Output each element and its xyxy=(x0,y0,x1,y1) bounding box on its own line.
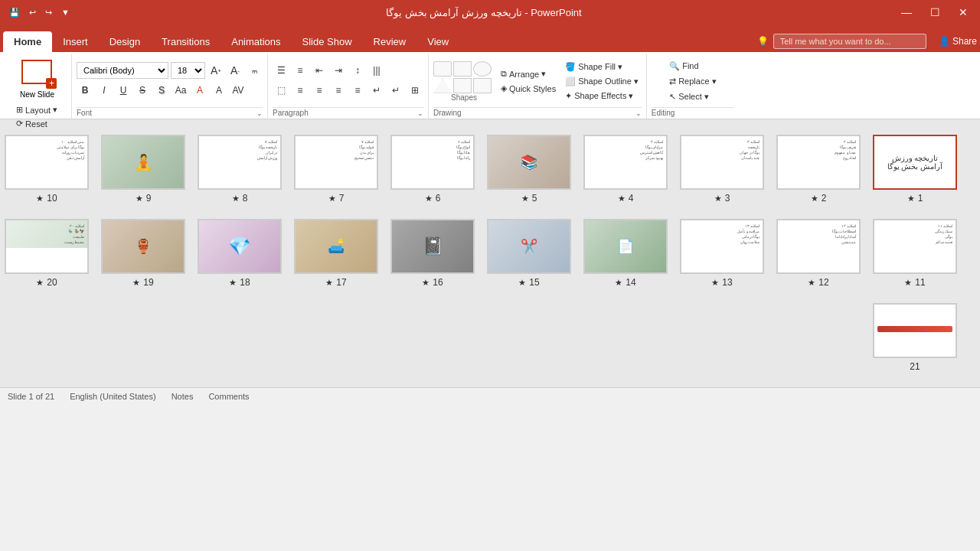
shape-item[interactable] xyxy=(453,78,472,93)
numbered-list-button[interactable]: ≡ xyxy=(292,62,309,79)
slide-item-2[interactable]: اسلاید ۲تعریف یوگامعنا و مفهوماتحاد روح … xyxy=(776,135,861,204)
star-icon-3: ★ xyxy=(714,194,722,204)
undo-icon[interactable]: ↩ xyxy=(26,6,39,19)
quick-styles-button[interactable]: ◈ Quick Styles xyxy=(498,82,559,95)
slide-item-11[interactable]: اسلاید ۱۱سبک زندگییوگیتغذیه سالم ★ 11 xyxy=(873,219,957,288)
slide-label-11: ★ 11 xyxy=(904,277,925,288)
close-button[interactable]: ✕ xyxy=(952,5,974,20)
paragraph-group-content: ☰ ≡ ⇤ ⇥ ↕ ||| ⬚ ≡ ≡ ≡ ≡ ↵ ↵ ⊞ xyxy=(273,57,423,106)
highlight-button[interactable]: A xyxy=(211,82,227,99)
decrease-indent-button[interactable]: ⇤ xyxy=(311,62,328,79)
rtl-button[interactable]: ↵ xyxy=(368,82,385,99)
slide-label-7: ★ 7 xyxy=(328,193,345,204)
star-icon-14: ★ xyxy=(615,278,622,288)
underline-button[interactable]: U xyxy=(115,82,132,99)
slide-item-3[interactable]: اسلاید ۳تاریخچهیوگا در جهانهند باستان ★ … xyxy=(680,135,764,204)
shape-item[interactable] xyxy=(473,61,492,77)
slide-item-9[interactable]: 🧘 ★ 9 xyxy=(101,135,185,204)
notes-button[interactable]: Notes xyxy=(172,392,194,401)
layout-button[interactable]: ⊞ Layout ▾ xyxy=(13,103,61,116)
customize-icon[interactable]: ▼ xyxy=(58,6,73,18)
slide-item-14[interactable]: 📄 ★ 14 xyxy=(583,219,668,288)
maximize-button[interactable]: ☐ xyxy=(924,5,946,20)
find-button[interactable]: 🔍 Find xyxy=(666,60,719,73)
slide-item-20[interactable]: اسلاید ۲۰🦅 🦆 🦤طبیعتمحیط زیست ★ 20 xyxy=(5,219,89,288)
language-status: English (United States) xyxy=(70,392,156,401)
tell-me-input[interactable] xyxy=(773,34,926,49)
tab-slideshow[interactable]: Slide Show xyxy=(292,31,363,52)
ltr-button[interactable]: ↵ xyxy=(387,82,404,99)
shape-item[interactable] xyxy=(433,78,452,93)
replace-button[interactable]: ⇄ Replace ▾ xyxy=(666,75,719,88)
save-icon[interactable]: 💾 xyxy=(6,6,23,19)
share-button[interactable]: 👤 Share xyxy=(939,36,977,47)
tab-transitions[interactable]: Transitions xyxy=(151,31,220,52)
tab-view[interactable]: View xyxy=(416,31,459,52)
comments-button[interactable]: Comments xyxy=(208,392,249,401)
shape-outline-button[interactable]: ⬜ Shape Outline ▾ xyxy=(562,75,642,88)
shape-fill-button[interactable]: 🪣 Shape Fill ▾ xyxy=(562,60,642,73)
bullet-list-button[interactable]: ☰ xyxy=(273,62,289,79)
minimize-button[interactable]: — xyxy=(895,5,918,20)
slide-item-12[interactable]: اسلاید ۱۲اصطلاحات یوگاآسانا پرانایامامدی… xyxy=(776,219,861,288)
shape-item[interactable] xyxy=(453,61,472,77)
new-slide-button[interactable]: New Slide xyxy=(14,57,60,102)
tab-animations[interactable]: Animations xyxy=(220,31,291,52)
tab-insert[interactable]: Insert xyxy=(52,31,99,52)
slide-item-19[interactable]: 🏺 ★ 19 xyxy=(101,219,185,288)
strikethrough-button[interactable]: S xyxy=(134,82,151,99)
drawing-group-expand[interactable]: ⌄ xyxy=(635,109,642,117)
font-group-expand[interactable]: ⌄ xyxy=(256,109,263,117)
tab-design[interactable]: Design xyxy=(99,31,151,52)
font-size-select[interactable]: 18 xyxy=(171,62,205,79)
columns-button[interactable]: ||| xyxy=(368,62,385,79)
italic-button[interactable]: I xyxy=(96,82,113,99)
shape-item[interactable] xyxy=(433,61,452,77)
arrange-button[interactable]: ⧉ Arrange ▾ xyxy=(498,67,559,80)
slide-item-8[interactable]: اسلاید ۸تاریخچه یوگادر ایرانورزش آرامش ★… xyxy=(198,135,282,204)
slide-item-21[interactable]: 21 xyxy=(873,303,957,372)
slide-label-5: ★ 5 xyxy=(521,193,537,204)
window-title: تاریخچه ورزش آرامش بخش یوگا - PowerPoint xyxy=(73,7,895,18)
align-left-button[interactable]: ≡ xyxy=(292,82,309,99)
increase-indent-button[interactable]: ⇥ xyxy=(330,62,347,79)
decrease-font-button[interactable]: A- xyxy=(227,62,243,79)
slide-item-5[interactable]: 📚 ★ 5 xyxy=(487,135,571,204)
select-button[interactable]: ↖ Select ▾ xyxy=(666,90,719,103)
redo-icon[interactable]: ↪ xyxy=(42,6,55,19)
reset-button[interactable]: ⟳ Reset xyxy=(13,117,61,130)
shapes-palette xyxy=(433,61,495,93)
font-color-button[interactable]: A xyxy=(191,82,208,99)
align-center-button[interactable]: ≡ xyxy=(311,82,328,99)
slide-item-7[interactable]: اسلاید ۷فواید یوگابرای بدنتنفس صحیح ★ 7 xyxy=(294,135,378,204)
line-spacing-button[interactable]: ↕ xyxy=(349,62,366,79)
tab-review[interactable]: Review xyxy=(363,31,417,52)
align-text-button[interactable]: ⬚ xyxy=(273,82,289,99)
slide-item-13[interactable]: اسلاید ۱۳مراقبه و تأملیوگا درمانیسلامت ر… xyxy=(680,219,764,288)
slide-thumb-3: اسلاید ۳تاریخچهیوگا در جهانهند باستان xyxy=(680,135,764,190)
paragraph-group-expand[interactable]: ⌄ xyxy=(417,109,423,117)
bold-button[interactable]: B xyxy=(77,82,93,99)
paragraph-group-label-row: Paragraph ⌄ xyxy=(273,107,423,117)
justify-button[interactable]: ≡ xyxy=(349,82,366,99)
increase-font-button[interactable]: A+ xyxy=(207,62,224,79)
slide-item-15[interactable]: ✂️ ★ 15 xyxy=(487,219,571,288)
shape-effects-button[interactable]: ✦ Shape Effects ▾ xyxy=(562,90,642,103)
tab-home[interactable]: Home xyxy=(3,31,52,52)
shadow-button[interactable]: S xyxy=(153,82,170,99)
smart-art-button[interactable]: ⊞ xyxy=(407,82,423,99)
slide-item-17[interactable]: 🛋️ ★ 17 xyxy=(294,219,378,288)
change-case-button[interactable]: Aa xyxy=(172,82,189,99)
clear-formatting-button[interactable]: ₘ xyxy=(246,62,263,79)
shape-item[interactable] xyxy=(473,78,492,93)
slide-item-18[interactable]: 💎 ★ 18 xyxy=(198,219,282,288)
slide-item-4[interactable]: اسلاید ۴مزایای یوگاکاهش استرسبهبود تمرکز… xyxy=(583,135,668,204)
align-right-button[interactable]: ≡ xyxy=(330,82,347,99)
slide-item-1[interactable]: تاریخچه ورزشآرامش بخش یوگا ★ 1 xyxy=(873,135,957,204)
font-family-select[interactable]: Calibri (Body) xyxy=(77,62,168,79)
slide-item-10[interactable]: متن اسلاید ۱۰یوگا برای سلامتیتمرینات روز… xyxy=(5,135,89,204)
character-spacing-button[interactable]: AV xyxy=(230,82,247,99)
slide-item-16[interactable]: 📓 ★ 16 xyxy=(390,219,475,288)
slide-thumb-4: اسلاید ۴مزایای یوگاکاهش استرسبهبود تمرکز xyxy=(583,135,668,190)
slide-item-6[interactable]: اسلاید ۶انواع یوگاهاتا یوگاراجا یوگا ★ 6 xyxy=(390,135,475,204)
